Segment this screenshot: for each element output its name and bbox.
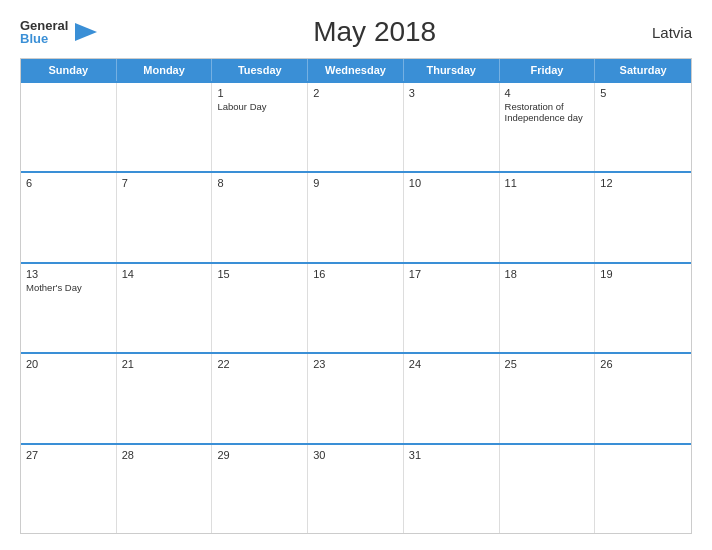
day-19: 19 <box>600 268 686 280</box>
week-row-5: 27 28 29 30 31 <box>21 443 691 533</box>
cell-w1-mon <box>117 83 213 171</box>
cell-w2-sat: 12 <box>595 173 691 261</box>
cell-w3-wed: 16 <box>308 264 404 352</box>
month-title: May 2018 <box>97 16 652 48</box>
calendar: Sunday Monday Tuesday Wednesday Thursday… <box>20 58 692 534</box>
cell-w1-tue: 1 Labour Day <box>212 83 308 171</box>
week-row-1: 1 Labour Day 2 3 4 Restoration of Indepe… <box>21 81 691 171</box>
day-17: 17 <box>409 268 494 280</box>
cell-w3-mon: 14 <box>117 264 213 352</box>
day-7: 7 <box>122 177 207 189</box>
header: General Blue May 2018 Latvia <box>20 16 692 48</box>
header-tuesday: Tuesday <box>212 59 308 81</box>
day-1: 1 <box>217 87 302 99</box>
day-30: 30 <box>313 449 398 461</box>
cell-w3-fri: 18 <box>500 264 596 352</box>
day-2: 2 <box>313 87 398 99</box>
event-mothers-day: Mother's Day <box>26 282 111 293</box>
cell-w3-tue: 15 <box>212 264 308 352</box>
day-29: 29 <box>217 449 302 461</box>
logo-blue: Blue <box>20 32 68 45</box>
week-row-4: 20 21 22 23 24 25 26 <box>21 352 691 442</box>
week-row-2: 6 7 8 9 10 11 12 <box>21 171 691 261</box>
cell-w5-wed: 30 <box>308 445 404 533</box>
cell-w1-sun <box>21 83 117 171</box>
cell-w4-wed: 23 <box>308 354 404 442</box>
page: General Blue May 2018 Latvia Sunday Mond… <box>0 0 712 550</box>
day-21: 21 <box>122 358 207 370</box>
cell-w5-mon: 28 <box>117 445 213 533</box>
day-31: 31 <box>409 449 494 461</box>
header-friday: Friday <box>500 59 596 81</box>
svg-marker-0 <box>75 23 97 41</box>
day-27: 27 <box>26 449 111 461</box>
cell-w1-fri: 4 Restoration of Independence day <box>500 83 596 171</box>
day-25: 25 <box>505 358 590 370</box>
week-row-3: 13 Mother's Day 14 15 16 17 18 <box>21 262 691 352</box>
cell-w2-fri: 11 <box>500 173 596 261</box>
day-6: 6 <box>26 177 111 189</box>
cell-w5-fri <box>500 445 596 533</box>
cell-w4-mon: 21 <box>117 354 213 442</box>
cell-w2-wed: 9 <box>308 173 404 261</box>
day-14: 14 <box>122 268 207 280</box>
day-5: 5 <box>600 87 686 99</box>
calendar-header: Sunday Monday Tuesday Wednesday Thursday… <box>21 59 691 81</box>
cell-w5-sat <box>595 445 691 533</box>
logo-text: General Blue <box>20 19 68 45</box>
cell-w1-wed: 2 <box>308 83 404 171</box>
cell-w1-sat: 5 <box>595 83 691 171</box>
calendar-body: 1 Labour Day 2 3 4 Restoration of Indepe… <box>21 81 691 533</box>
day-4: 4 <box>505 87 590 99</box>
cell-w2-tue: 8 <box>212 173 308 261</box>
day-15: 15 <box>217 268 302 280</box>
day-12: 12 <box>600 177 686 189</box>
cell-w4-fri: 25 <box>500 354 596 442</box>
cell-w3-thu: 17 <box>404 264 500 352</box>
logo: General Blue <box>20 19 97 45</box>
day-10: 10 <box>409 177 494 189</box>
cell-w2-mon: 7 <box>117 173 213 261</box>
day-26: 26 <box>600 358 686 370</box>
day-28: 28 <box>122 449 207 461</box>
day-24: 24 <box>409 358 494 370</box>
header-saturday: Saturday <box>595 59 691 81</box>
day-20: 20 <box>26 358 111 370</box>
cell-w3-sun: 13 Mother's Day <box>21 264 117 352</box>
cell-w2-sun: 6 <box>21 173 117 261</box>
logo-flag-icon <box>75 23 97 41</box>
cell-w5-tue: 29 <box>212 445 308 533</box>
header-sunday: Sunday <box>21 59 117 81</box>
cell-w4-sat: 26 <box>595 354 691 442</box>
cell-w1-thu: 3 <box>404 83 500 171</box>
cell-w2-thu: 10 <box>404 173 500 261</box>
day-13: 13 <box>26 268 111 280</box>
day-16: 16 <box>313 268 398 280</box>
day-3: 3 <box>409 87 494 99</box>
cell-w5-thu: 31 <box>404 445 500 533</box>
day-8: 8 <box>217 177 302 189</box>
day-11: 11 <box>505 177 590 189</box>
day-18: 18 <box>505 268 590 280</box>
cell-w3-sat: 19 <box>595 264 691 352</box>
day-9: 9 <box>313 177 398 189</box>
event-labour-day: Labour Day <box>217 101 302 112</box>
cell-w5-sun: 27 <box>21 445 117 533</box>
header-thursday: Thursday <box>404 59 500 81</box>
day-22: 22 <box>217 358 302 370</box>
header-wednesday: Wednesday <box>308 59 404 81</box>
cell-w4-tue: 22 <box>212 354 308 442</box>
day-23: 23 <box>313 358 398 370</box>
country-label: Latvia <box>652 24 692 41</box>
event-restoration: Restoration of Independence day <box>505 101 590 124</box>
header-monday: Monday <box>117 59 213 81</box>
cell-w4-thu: 24 <box>404 354 500 442</box>
cell-w4-sun: 20 <box>21 354 117 442</box>
